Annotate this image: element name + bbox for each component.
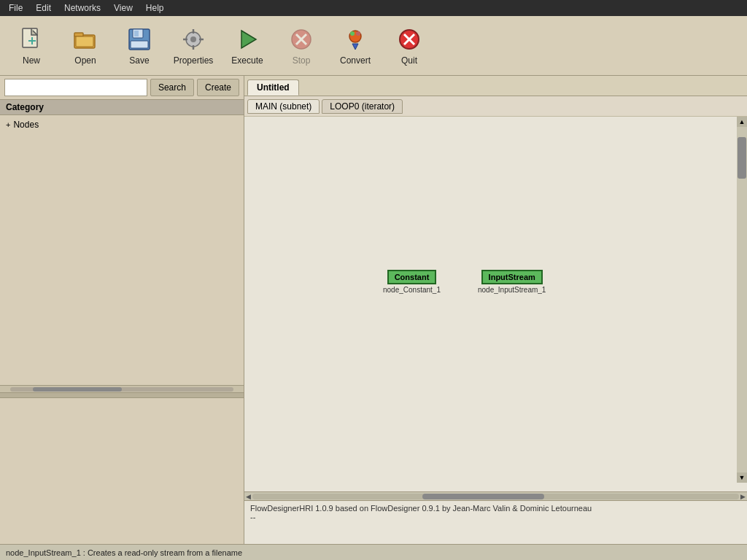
tab-bar: Untitled — [244, 76, 747, 96]
right-panel: Untitled MAIN (subnet) LOOP0 (iterator) … — [244, 76, 747, 544]
tree-item-label: Nodes — [13, 120, 39, 130]
svg-marker-24 — [352, 44, 358, 50]
menubar: File Edit Networks View Help — [0, 0, 747, 16]
node-box-constant[interactable]: Constant — [387, 270, 437, 284]
toolbar: New Open Save Properties — [0, 16, 747, 76]
menu-view[interactable]: View — [108, 1, 139, 15]
info-bar: FlowDesignerHRI 1.0.9 based on FlowDesig… — [244, 500, 747, 544]
hscroll-right-arrow[interactable]: ▶ — [740, 493, 746, 500]
canvas-hscroll[interactable]: ◀ ▶ — [244, 491, 747, 500]
vscroll-thumb[interactable] — [738, 137, 746, 179]
sub-tab-main[interactable]: MAIN (subnet) — [247, 99, 320, 114]
execute-button[interactable]: Execute — [222, 20, 273, 72]
new-button[interactable]: New — [6, 20, 57, 72]
svg-rect-9 — [134, 31, 139, 36]
menu-help[interactable]: Help — [140, 1, 170, 15]
convert-icon — [342, 26, 368, 52]
tree-item-nodes[interactable]: + Nodes — [3, 118, 241, 131]
vscroll-up[interactable]: ▲ — [737, 117, 747, 127]
status-bar: node_InputStream_1 : Creates a read-only… — [0, 544, 747, 560]
search-input[interactable] — [4, 79, 147, 96]
menu-edit[interactable]: Edit — [30, 1, 57, 15]
stop-button[interactable]: Stop — [276, 20, 327, 72]
menu-file[interactable]: File — [3, 1, 28, 15]
execute-icon — [234, 26, 260, 52]
vscroll-down[interactable]: ▼ — [737, 472, 747, 483]
sub-tab-loop0[interactable]: LOOP0 (iterator) — [322, 99, 403, 114]
sub-tab-bar: MAIN (subnet) LOOP0 (iterator) — [244, 96, 747, 117]
canvas-node-constant[interactable]: Constant node_Constant_1 — [383, 270, 441, 294]
svg-point-12 — [190, 36, 196, 42]
expand-icon: + — [6, 120, 10, 129]
hscroll-left-arrow[interactable]: ◀ — [246, 493, 251, 500]
search-button[interactable]: Search — [150, 79, 194, 96]
node-sublabel-constant: node_Constant_1 — [383, 286, 441, 294]
svg-rect-5 — [74, 33, 83, 36]
lower-left-panel — [0, 398, 244, 544]
status-text: node_InputStream_1 : Creates a read-only… — [6, 548, 242, 557]
quit-button[interactable]: Quit — [384, 20, 435, 72]
search-bar: Search Create — [0, 76, 244, 100]
save-icon — [126, 26, 152, 52]
properties-icon — [180, 26, 206, 52]
tree-area: + Nodes — [0, 115, 244, 385]
save-button[interactable]: Save — [114, 20, 165, 72]
canvas-area[interactable]: Constant node_Constant_1 InputStream nod… — [244, 117, 747, 491]
canvas-node-inputstream[interactable]: InputStream node_InputStream_1 — [478, 270, 546, 294]
svg-point-23 — [356, 31, 360, 36]
svg-rect-10 — [131, 41, 148, 48]
info-line1: FlowDesignerHRI 1.0.9 based on FlowDesig… — [250, 504, 741, 513]
stop-icon — [288, 26, 314, 52]
category-label: Category — [0, 100, 244, 115]
new-icon — [18, 26, 44, 52]
svg-rect-6 — [76, 36, 93, 47]
vscroll-track[interactable] — [737, 127, 747, 472]
menu-networks[interactable]: Networks — [58, 1, 107, 15]
tree-hscroll[interactable] — [0, 385, 244, 392]
panel-resizer[interactable] — [0, 392, 244, 398]
svg-point-22 — [350, 31, 355, 36]
svg-marker-17 — [241, 31, 256, 48]
node-box-inputstream[interactable]: InputStream — [481, 270, 543, 284]
node-sublabel-inputstream: node_InputStream_1 — [478, 286, 546, 294]
svg-rect-0 — [23, 28, 37, 47]
create-button[interactable]: Create — [197, 79, 239, 96]
tab-untitled[interactable]: Untitled — [247, 79, 299, 96]
properties-button[interactable]: Properties — [168, 20, 219, 72]
node-label-inputstream: InputStream — [489, 273, 535, 281]
info-line2: -- — [250, 513, 741, 521]
hscroll-track[interactable] — [252, 494, 739, 499]
quit-icon — [396, 26, 422, 52]
open-button[interactable]: Open — [60, 20, 111, 72]
hscroll-thumb[interactable] — [422, 494, 544, 499]
open-icon — [72, 26, 98, 52]
canvas-vscroll[interactable]: ▲ ▼ — [737, 117, 747, 483]
convert-button[interactable]: Convert — [330, 20, 381, 72]
node-label-constant: Constant — [395, 273, 430, 281]
